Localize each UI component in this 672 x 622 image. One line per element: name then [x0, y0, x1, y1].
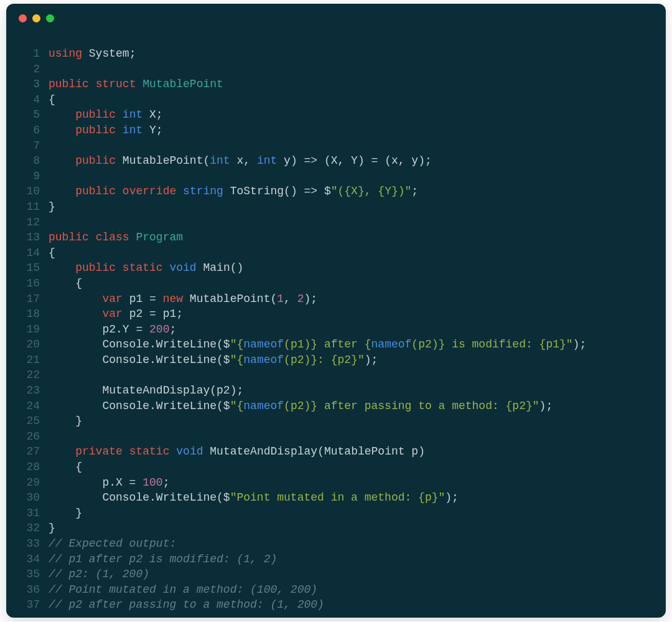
token-num: 100: [142, 476, 162, 489]
code-content[interactable]: [49, 429, 652, 445]
zoom-icon[interactable]: [46, 14, 54, 22]
close-icon[interactable]: [19, 14, 27, 22]
token-text: [116, 124, 123, 136]
code-line[interactable]: 10 public override string ToString() => …: [6, 184, 652, 199]
code-content[interactable]: {: [49, 276, 652, 291]
token-kw: var: [102, 293, 122, 305]
code-content[interactable]: }: [49, 506, 652, 521]
code-content[interactable]: private static void MutateAndDisplay(Mut…: [49, 444, 652, 459]
line-number: 12: [6, 215, 49, 230]
code-line[interactable]: 4{: [6, 92, 652, 108]
code-content[interactable]: // Expected output:: [49, 536, 652, 552]
code-line[interactable]: 24 Console.WriteLine($"{nameof(p2)} afte…: [6, 398, 652, 414]
code-content[interactable]: public struct MutablePoint: [49, 77, 652, 92]
code-content[interactable]: public int Y;: [49, 123, 652, 138]
code-content[interactable]: {: [49, 245, 652, 261]
code-line[interactable]: 15 public static void Main(): [6, 260, 652, 276]
code-line[interactable]: 35// p2: (1, 200): [6, 567, 652, 582]
token-kw: public: [75, 154, 116, 167]
code-line[interactable]: 14{: [6, 245, 652, 261]
code-line[interactable]: 27 private static void MutateAndDisplay(…: [6, 444, 652, 459]
code-content[interactable]: Console.WriteLine($"{nameof(p2)} after p…: [49, 398, 652, 414]
code-content[interactable]: Console.WriteLine($"Point mutated in a m…: [49, 490, 652, 506]
code-content[interactable]: public MutablePoint(int x, int y) => (X,…: [49, 153, 652, 169]
token-text: MutablePoint(: [116, 154, 210, 167]
code-line[interactable]: 28 {: [6, 459, 652, 475]
code-line[interactable]: 21 Console.WriteLine($"{nameof(p2)}: {p2…: [6, 352, 652, 368]
code-content[interactable]: // p2: (1, 200): [49, 567, 652, 582]
code-line[interactable]: 22: [6, 367, 652, 383]
code-line[interactable]: 31 }: [6, 506, 652, 521]
code-line[interactable]: 8 public MutablePoint(int x, int y) => (…: [6, 153, 652, 169]
code-content[interactable]: public static void Main(): [49, 260, 652, 276]
code-content[interactable]: public class Program: [49, 230, 652, 245]
token-kw: public: [49, 78, 89, 90]
code-line[interactable]: 1using System;: [6, 46, 652, 62]
code-content[interactable]: // p2 after passing to a method: (1, 200…: [49, 597, 652, 613]
code-content[interactable]: Console.WriteLine($"{nameof(p2)}: {p2}")…: [49, 352, 652, 368]
code-line[interactable]: 32}: [6, 521, 652, 536]
editor-window: 1using System;23public struct MutablePoi…: [6, 4, 666, 618]
code-content[interactable]: {: [49, 92, 652, 108]
code-line[interactable]: 19 p2.Y = 200;: [6, 322, 652, 337]
code-content[interactable]: }: [49, 413, 652, 429]
code-line[interactable]: 5 public int X;: [6, 107, 652, 123]
token-num: 1: [277, 293, 284, 305]
code-line[interactable]: 29 p.X = 100;: [6, 475, 652, 491]
token-text: MutateAndDisplay(p2);: [49, 384, 243, 397]
code-line[interactable]: 3public struct MutablePoint: [6, 77, 652, 92]
code-line[interactable]: 18 var p2 = p1;: [6, 306, 652, 322]
code-content[interactable]: MutateAndDisplay(p2);: [49, 383, 652, 398]
code-line[interactable]: 17 var p1 = new MutablePoint(1, 2);: [6, 291, 652, 307]
code-content[interactable]: [49, 367, 652, 383]
code-line[interactable]: 23 MutateAndDisplay(p2);: [6, 383, 652, 398]
code-content[interactable]: }: [49, 199, 652, 215]
code-content[interactable]: var p1 = new MutablePoint(1, 2);: [49, 291, 652, 307]
code-line[interactable]: 13public class Program: [6, 230, 652, 245]
minimize-icon[interactable]: [32, 14, 40, 22]
code-content[interactable]: // Point mutated in a method: (100, 200): [49, 582, 652, 598]
code-content[interactable]: [49, 62, 652, 77]
token-btype: int: [257, 154, 277, 167]
code-content[interactable]: Console.WriteLine($"{nameof(p1)} after {…: [49, 337, 652, 352]
token-str: "({X}, {Y})": [331, 185, 412, 197]
code-line[interactable]: 20 Console.WriteLine($"{nameof(p1)} afte…: [6, 337, 652, 352]
code-content[interactable]: var p2 = p1;: [49, 306, 652, 322]
code-line[interactable]: 33// Expected output:: [6, 536, 652, 552]
code-line[interactable]: 12: [6, 215, 652, 230]
line-number: 10: [6, 184, 49, 199]
code-editor[interactable]: 1using System;23public struct MutablePoi…: [6, 32, 666, 618]
code-content[interactable]: [49, 138, 652, 154]
code-line[interactable]: 25 }: [6, 413, 652, 429]
code-line[interactable]: 34// p1 after p2 is modified: (1, 2): [6, 552, 652, 567]
code-line[interactable]: 6 public int Y;: [6, 123, 652, 138]
token-text: Main(): [197, 262, 244, 274]
code-content[interactable]: p.X = 100;: [49, 475, 652, 491]
token-text: {: [49, 93, 55, 106]
code-line[interactable]: 11}: [6, 199, 652, 215]
code-content[interactable]: public override string ToString() => $"(…: [49, 184, 652, 199]
token-text: ;: [169, 323, 176, 336]
code-line[interactable]: 26: [6, 429, 652, 445]
code-content[interactable]: [49, 169, 652, 184]
code-line[interactable]: 37// p2 after passing to a method: (1, 2…: [6, 597, 652, 613]
code-line[interactable]: 2: [6, 62, 652, 77]
code-line[interactable]: 9: [6, 169, 652, 184]
code-content[interactable]: [49, 215, 652, 230]
code-line[interactable]: 36// Point mutated in a method: (100, 20…: [6, 582, 652, 598]
code-content[interactable]: public int X;: [49, 107, 652, 123]
token-text: [49, 308, 102, 320]
token-kw: public: [75, 185, 116, 197]
token-text: );: [445, 491, 459, 504]
code-content[interactable]: // p1 after p2 is modified: (1, 2): [49, 552, 652, 567]
code-content[interactable]: {: [49, 459, 652, 475]
titlebar: [6, 4, 666, 32]
code-line[interactable]: 30 Console.WriteLine($"Point mutated in …: [6, 490, 652, 506]
code-content[interactable]: }: [49, 521, 652, 536]
code-content[interactable]: p2.Y = 200;: [49, 322, 652, 337]
code-line[interactable]: 16 {: [6, 276, 652, 291]
token-text: MutateAndDisplay(MutablePoint p): [203, 445, 425, 458]
code-content[interactable]: using System;: [49, 46, 652, 62]
token-str: {: [236, 354, 243, 366]
code-line[interactable]: 7: [6, 138, 652, 154]
